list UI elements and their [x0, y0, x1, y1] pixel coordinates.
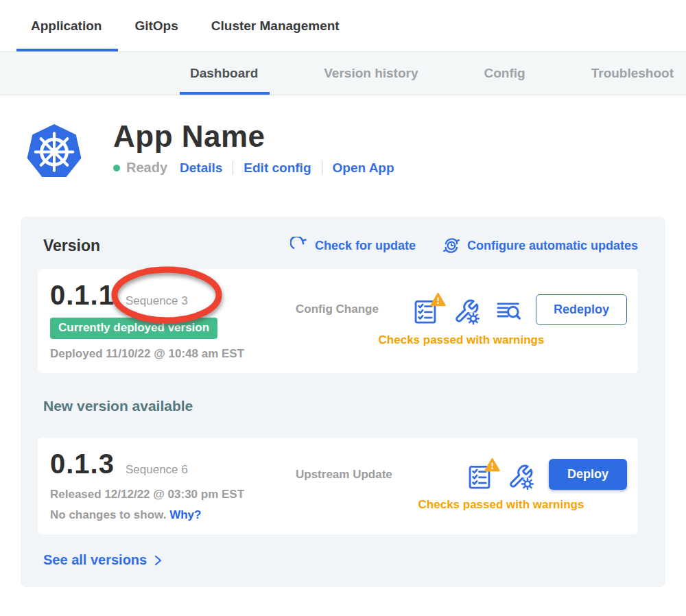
current-version-actions-row: Config Change [296, 294, 627, 325]
version-card-actions: Check for update Configure automatic upd… [290, 236, 638, 255]
current-version-actions: Config Change [296, 280, 627, 361]
app-header-text: App Name Ready Details Edit config Open … [113, 120, 394, 176]
sub-tab-label: Troubleshoot [591, 66, 674, 81]
auto-update-icon [442, 236, 461, 255]
new-version-actions: Upstream Update [296, 449, 627, 522]
sub-tab-dashboard[interactable]: Dashboard [190, 52, 258, 95]
open-app-link[interactable]: Open App [333, 161, 394, 176]
current-version-row: 0.1.1 Sequence 3 Currently deployed vers… [38, 269, 638, 373]
current-version-icons [412, 294, 522, 324]
current-version-source: Config Change [296, 303, 379, 316]
divider [322, 161, 322, 175]
check-for-update-label: Check for update [315, 239, 416, 253]
warning-triangle-icon [430, 292, 446, 307]
status-label: Ready [126, 160, 167, 176]
redeploy-button[interactable]: Redeploy [536, 294, 627, 325]
sub-tab-label: Config [484, 66, 525, 81]
new-version-line: 0.1.3 Sequence 6 [50, 449, 296, 479]
sub-tab-troubleshoot[interactable]: Troubleshoot [591, 52, 674, 95]
edit-config-icon[interactable] [508, 460, 535, 490]
details-link[interactable]: Details [180, 161, 222, 176]
sub-tab-label: Version history [324, 66, 418, 81]
sub-tab-label: Dashboard [190, 66, 258, 81]
version-card: Version Check for update Configure [21, 217, 665, 587]
released-timestamp: Released 12/12/22 @ 03:30 pm EST [50, 488, 296, 501]
warning-triangle-icon [484, 458, 500, 472]
app-title: App Name [113, 120, 394, 153]
no-changes-label: No changes to show. [50, 508, 166, 521]
preflight-checks-icon[interactable] [412, 294, 440, 324]
sub-tab-config[interactable]: Config [484, 52, 525, 95]
status-dot-icon [113, 165, 120, 171]
configure-automatic-updates-label: Configure automatic updates [467, 239, 638, 253]
top-nav: Application GitOps Cluster Management [0, 0, 686, 52]
chevron-right-icon [151, 554, 165, 567]
why-link[interactable]: Why? [169, 508, 201, 521]
no-changes-text: No changes to show. Why? [50, 508, 296, 522]
kubernetes-logo-icon [24, 120, 84, 184]
top-tab-cluster-management[interactable]: Cluster Management [211, 0, 340, 51]
version-card-title: Version [43, 237, 100, 255]
top-tab-application[interactable]: Application [31, 0, 102, 51]
configure-automatic-updates-link[interactable]: Configure automatic updates [442, 236, 638, 255]
new-version-number: 0.1.3 [50, 449, 115, 479]
top-tab-gitops[interactable]: GitOps [134, 0, 178, 51]
app-status-row: Ready Details Edit config Open App [113, 160, 394, 176]
top-tab-label: GitOps [134, 19, 178, 34]
view-files-icon[interactable] [495, 294, 522, 324]
new-version-checks-status: Checks passed with warnings [335, 498, 667, 512]
currently-deployed-badge: Currently deployed version [50, 318, 217, 339]
refresh-icon [290, 237, 309, 255]
top-tab-label: Cluster Management [211, 19, 340, 34]
top-tab-label: Application [31, 19, 102, 34]
deploy-button[interactable]: Deploy [549, 459, 627, 490]
new-version-row: 0.1.3 Sequence 6 Released 12/12/22 @ 03:… [38, 438, 638, 534]
see-all-versions-link[interactable]: See all versions [43, 552, 165, 568]
new-version-section-title: New version available [43, 398, 638, 414]
new-version-source: Upstream Update [296, 468, 392, 482]
check-for-update-link[interactable]: Check for update [290, 237, 416, 255]
new-version-sequence: Sequence 6 [126, 463, 188, 477]
sub-nav: Dashboard Version history Config Trouble… [0, 52, 686, 95]
edit-config-link[interactable]: Edit config [244, 161, 311, 176]
divider [233, 161, 233, 175]
new-version-info: 0.1.3 Sequence 6 Released 12/12/22 @ 03:… [50, 449, 296, 522]
version-card-header: Version Check for update Configure [43, 236, 638, 255]
current-version-sequence: Sequence 3 [126, 294, 188, 308]
current-version-line: 0.1.1 Sequence 3 [50, 280, 296, 311]
edit-config-icon[interactable] [453, 294, 481, 324]
deployed-timestamp: Deployed 11/10/22 @ 10:48 am EST [50, 347, 296, 361]
see-all-versions-label: See all versions [43, 552, 147, 568]
new-version-icons [466, 460, 535, 490]
current-version-checks-status: Checks passed with warnings [296, 333, 627, 347]
preflight-checks-icon[interactable] [466, 460, 494, 490]
new-version-actions-row: Upstream Update [296, 459, 627, 490]
app-header: App Name Ready Details Edit config Open … [24, 120, 686, 184]
sub-tab-version-history[interactable]: Version history [324, 52, 418, 95]
current-version-number: 0.1.1 [50, 280, 115, 311]
current-version-info: 0.1.1 Sequence 3 Currently deployed vers… [50, 280, 296, 361]
